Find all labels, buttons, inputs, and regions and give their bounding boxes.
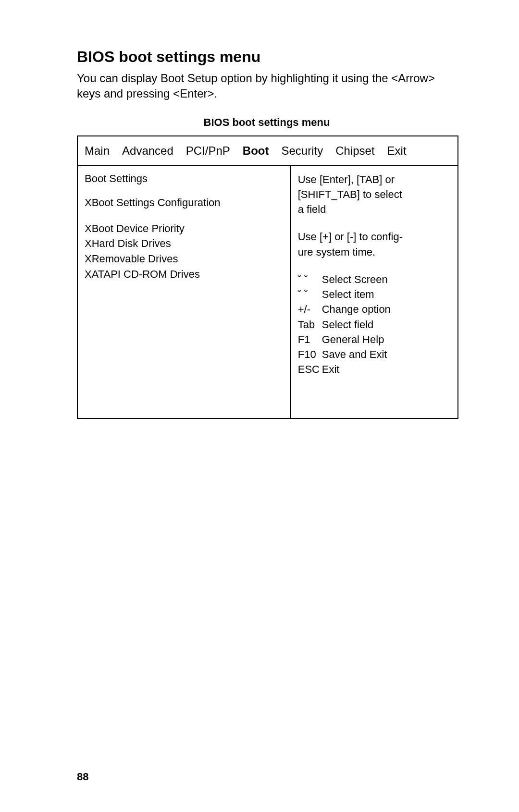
key-desc: Select Screen <box>322 272 388 287</box>
help-line: a field <box>298 202 451 217</box>
bios-screen: Main Advanced PCI/PnP Boot Security Chip… <box>77 135 458 419</box>
key-change-option: +/- Change option <box>298 302 451 317</box>
key-esc-exit: ESC Exit <box>298 362 451 377</box>
help-line: ure system time. <box>298 245 451 259</box>
help-line: [SHIFT_TAB] to select <box>298 187 451 202</box>
key-desc: Save and Exit <box>322 347 387 362</box>
tab-pcipnp[interactable]: PCI/PnP <box>186 144 230 158</box>
key-desc: Select item <box>322 287 374 302</box>
tab-advanced[interactable]: Advanced <box>122 144 173 158</box>
key-select-item: ˘ ˘ Select item <box>298 287 451 302</box>
key-select-field: Tab Select field <box>298 317 451 332</box>
key-legend: ˘ ˘ Select Screen ˘ ˘ Select item +/- Ch… <box>298 272 451 377</box>
key-select-screen: ˘ ˘ Select Screen <box>298 272 451 287</box>
menu-item-hard-disk-drives[interactable]: XHard Disk Drives <box>85 236 284 251</box>
key-symbol: +/- <box>298 302 322 317</box>
tab-boot[interactable]: Boot <box>243 144 269 158</box>
key-desc: Select field <box>322 317 374 332</box>
section-title: BIOS boot settings menu <box>77 48 457 66</box>
help-line: Use [Enter], [TAB] or <box>298 172 451 187</box>
intro-text: You can display Boot Setup option by hig… <box>77 71 457 102</box>
key-symbol: F10 <box>298 347 322 362</box>
menu-item-boot-device-priority[interactable]: XBoot Device Priority <box>85 221 284 236</box>
key-symbol: Tab <box>298 317 322 332</box>
key-desc: Change option <box>322 302 391 317</box>
tab-security[interactable]: Security <box>281 144 323 158</box>
help-line: Use [+] or [-] to config- <box>298 229 451 244</box>
tab-exit[interactable]: Exit <box>387 144 407 158</box>
help-text-2: Use [+] or [-] to config- ure system tim… <box>298 229 451 259</box>
help-panel: Use [Enter], [TAB] or [SHIFT_TAB] to sel… <box>291 166 457 418</box>
key-symbol: ESC <box>298 362 322 377</box>
key-symbol: ˘ ˘ <box>298 272 322 287</box>
boot-settings-panel: Boot Settings XBoot Settings Configurati… <box>78 166 291 418</box>
help-text-1: Use [Enter], [TAB] or [SHIFT_TAB] to sel… <box>298 172 451 217</box>
key-desc: General Help <box>322 332 384 347</box>
key-symbol: F1 <box>298 332 322 347</box>
tab-main[interactable]: Main <box>85 144 110 158</box>
key-save-exit: F10 Save and Exit <box>298 347 451 362</box>
panel-title: Boot Settings <box>85 171 284 186</box>
bios-tabs: Main Advanced PCI/PnP Boot Security Chip… <box>78 136 457 166</box>
figure-caption: BIOS boot settings menu <box>77 116 457 129</box>
menu-item-atapi-cdrom-drives[interactable]: XATAPI CD-ROM Drives <box>85 267 284 282</box>
tab-chipset[interactable]: Chipset <box>335 144 374 158</box>
menu-item-boot-settings-config[interactable]: XBoot Settings Configuration <box>85 195 284 210</box>
page-number: 88 <box>77 771 88 783</box>
menu-item-removable-drives[interactable]: XRemovable Drives <box>85 251 284 267</box>
key-general-help: F1 General Help <box>298 332 451 347</box>
key-desc: Exit <box>322 362 340 377</box>
key-symbol: ˘ ˘ <box>298 287 322 302</box>
